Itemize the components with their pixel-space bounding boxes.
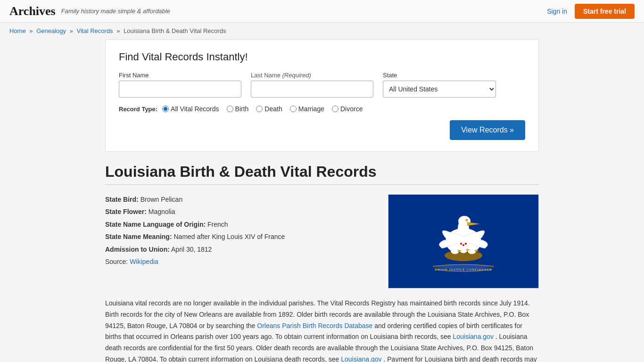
flag-container: UNION JUSTICE CONFIDENCE: [388, 194, 539, 288]
breadcrumb-sep-1: »: [29, 27, 33, 34]
search-box: Find Vital Records Instantly! First Name…: [105, 39, 539, 152]
svg-point-4: [466, 219, 468, 222]
louisiana-gov-link-2[interactable]: Louisiana.gov: [341, 355, 381, 362]
breadcrumb-sep-2: »: [70, 27, 73, 34]
state-select[interactable]: All United States: [383, 81, 496, 98]
first-name-input[interactable]: [119, 81, 241, 98]
state-name-meaning-label: State Name Meaning:: [105, 233, 172, 240]
orleans-link[interactable]: Orleans Parish Birth Records Database: [257, 322, 372, 329]
search-title: Find Vital Records Instantly!: [119, 51, 525, 63]
state-name-language-label: State Name Language of Origin:: [105, 221, 206, 228]
state-name-meaning: State Name Meaning: Named after King Lou…: [105, 231, 377, 242]
record-type-death-label: Death: [264, 105, 282, 113]
record-type-marriage-label: Marriage: [298, 105, 324, 113]
first-name-group: First Name: [119, 72, 241, 98]
source-link[interactable]: Wikipedia: [130, 258, 158, 265]
tagline: Family history made simple & affordable: [61, 8, 170, 15]
record-type-row: Record Type: All Vital Records Birth Dea…: [119, 105, 525, 113]
info-text: State Bird: Brown Pelican State Flower: …: [105, 194, 377, 288]
record-type-divorce-radio[interactable]: [332, 106, 339, 112]
sign-in-link[interactable]: Sign in: [547, 8, 567, 15]
breadcrumb-current: Louisiana Birth & Death Vital Records: [124, 27, 226, 34]
breadcrumb-sep-3: »: [116, 27, 120, 34]
record-type-birth-label: Birth: [235, 105, 249, 113]
svg-point-12: [465, 243, 467, 245]
svg-point-10: [460, 243, 462, 245]
record-type-divorce-label: Divorce: [340, 105, 363, 113]
state-flower-label: State Flower:: [105, 208, 147, 215]
view-records-button[interactable]: View Records »: [450, 120, 525, 140]
record-type-all-radio[interactable]: [162, 106, 169, 112]
record-type-divorce[interactable]: Divorce: [332, 105, 363, 113]
site-header: Archives Family history made simple & af…: [0, 0, 644, 23]
body-paragraph: Louisiana vital records are no longer av…: [105, 298, 539, 362]
breadcrumb-vital-records[interactable]: Vital Records: [77, 27, 113, 34]
record-type-death[interactable]: Death: [256, 105, 282, 113]
first-name-label: First Name: [119, 72, 241, 79]
record-type-marriage[interactable]: Marriage: [290, 105, 324, 113]
search-fields: First Name Last Name (Required) State Al…: [119, 72, 525, 98]
svg-text:UNION JUSTICE CONFIDENCE: UNION JUSTICE CONFIDENCE: [435, 268, 492, 272]
svg-point-11: [462, 244, 464, 246]
breadcrumb-genealogy[interactable]: Genealogy: [36, 27, 66, 34]
admission-value: April 30, 1812: [171, 246, 212, 253]
btn-row: View Records »: [119, 120, 525, 140]
state-flower: State Flower: Magnolia: [105, 206, 377, 217]
breadcrumb-home[interactable]: Home: [9, 27, 26, 34]
body-text: Louisiana vital records are no longer av…: [105, 298, 539, 362]
start-trial-button[interactable]: Start free trial: [575, 4, 635, 19]
main-content: Find Vital Records Instantly! First Name…: [96, 39, 548, 362]
logo: Archives: [9, 4, 56, 18]
last-name-label: Last Name (Required): [251, 72, 373, 79]
state-bird-label: State Bird:: [105, 196, 139, 203]
record-type-marriage-radio[interactable]: [290, 106, 297, 112]
source: Source: Wikipedia: [105, 256, 377, 267]
state-name-meaning-value: Named after King Louis XIV of France: [173, 233, 285, 240]
record-type-death-radio[interactable]: [256, 106, 263, 112]
record-type-birth-radio[interactable]: [227, 106, 233, 112]
admission-label: Admission to Union:: [105, 246, 170, 253]
record-type-all[interactable]: All Vital Records: [162, 105, 219, 113]
page-title: Louisiana Birth & Death Vital Records: [105, 163, 539, 181]
source-label: Source:: [105, 258, 128, 265]
state-bird-value: Brown Pelican: [140, 196, 183, 203]
last-name-group: Last Name (Required): [251, 72, 373, 98]
state-name-language-value: French: [207, 221, 228, 228]
state-flower-value: Magnolia: [149, 208, 175, 215]
last-name-input[interactable]: [251, 81, 373, 98]
state-label: State: [383, 72, 496, 79]
louisiana-gov-link-1[interactable]: Louisiana.gov: [453, 333, 493, 340]
flag-svg: UNION JUSTICE CONFIDENCE: [393, 197, 534, 286]
state-bird: State Bird: Brown Pelican: [105, 194, 377, 205]
record-type-label: Record Type:: [119, 106, 157, 113]
title-divider: [105, 184, 539, 185]
info-section: State Bird: Brown Pelican State Flower: …: [105, 194, 539, 288]
breadcrumb: Home » Genealogy » Vital Records » Louis…: [0, 23, 644, 39]
state-group: State All United States: [383, 72, 496, 98]
record-type-all-label: All Vital Records: [171, 105, 219, 113]
state-name-language: State Name Language of Origin: French: [105, 219, 377, 230]
record-type-birth[interactable]: Birth: [227, 105, 249, 113]
header-right: Sign in Start free trial: [547, 4, 635, 19]
admission: Admission to Union: April 30, 1812: [105, 244, 377, 255]
header-left: Archives Family history made simple & af…: [9, 4, 170, 18]
louisiana-flag: UNION JUSTICE CONFIDENCE: [388, 194, 539, 288]
